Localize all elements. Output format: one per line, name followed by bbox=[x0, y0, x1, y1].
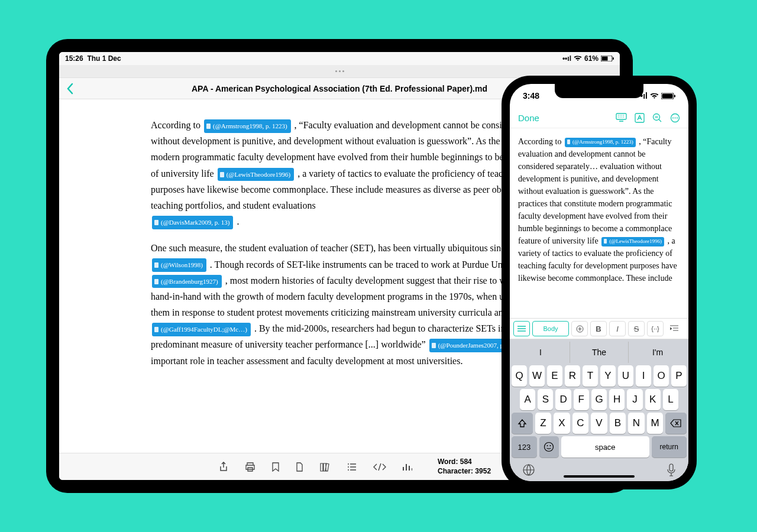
iphone-navbar: Done bbox=[510, 108, 688, 128]
status-time: 15:26 bbox=[65, 54, 83, 63]
code-icon[interactable] bbox=[373, 463, 386, 471]
key-e[interactable]: E bbox=[547, 365, 562, 387]
keyboard: I The I'm QWERTYUIOP ASDFGHJKL ZXCVBNM 1… bbox=[510, 339, 688, 481]
key-z[interactable]: Z bbox=[535, 413, 552, 434]
add-button[interactable] bbox=[571, 321, 588, 336]
key-r[interactable]: R bbox=[565, 365, 580, 387]
share-icon[interactable] bbox=[219, 462, 228, 472]
battery-icon bbox=[661, 93, 675, 99]
iphone-device: 3:48 ••ıl Done According to (@Armstrong1… bbox=[502, 76, 697, 489]
text-style-icon[interactable] bbox=[635, 113, 645, 123]
text: According to bbox=[151, 120, 203, 130]
signal-icon: ••ıl bbox=[562, 54, 571, 63]
bookmark-icon[interactable] bbox=[272, 462, 279, 472]
text: . bbox=[237, 216, 239, 226]
space-key[interactable]: space bbox=[561, 436, 649, 458]
key-t[interactable]: T bbox=[583, 365, 598, 387]
battery-icon bbox=[601, 56, 614, 61]
citation-token[interactable]: (@Armstrong1998, p. 1223) bbox=[204, 119, 291, 133]
paragraph-button[interactable] bbox=[513, 321, 530, 336]
strike-button[interactable]: S bbox=[628, 321, 645, 336]
citation-token[interactable]: (@DavisMark2009, p. 13) bbox=[152, 216, 233, 229]
svg-point-24 bbox=[547, 445, 548, 446]
citation-token[interactable]: (@LewisTheodore1996) bbox=[218, 168, 295, 181]
keyboard-icon[interactable] bbox=[616, 113, 627, 122]
return-key[interactable]: return bbox=[652, 436, 687, 458]
svg-point-19 bbox=[677, 117, 678, 118]
home-indicator[interactable] bbox=[564, 475, 635, 478]
suggestion[interactable]: The bbox=[570, 342, 628, 363]
key-j[interactable]: J bbox=[627, 389, 642, 410]
text: According to bbox=[518, 137, 564, 146]
numbers-key[interactable]: 123 bbox=[512, 436, 537, 458]
done-button[interactable]: Done bbox=[518, 113, 539, 123]
key-d[interactable]: D bbox=[555, 389, 571, 410]
document-body[interactable]: According to (@Armstrong1998, p. 1223) ,… bbox=[510, 128, 688, 318]
key-f[interactable]: F bbox=[574, 389, 589, 410]
svg-point-23 bbox=[545, 443, 554, 452]
key-c[interactable]: C bbox=[572, 413, 589, 434]
key-q[interactable]: Q bbox=[512, 365, 527, 387]
braces-button[interactable]: {··} bbox=[647, 321, 664, 336]
backspace-key[interactable] bbox=[665, 413, 687, 434]
citation-token[interactable]: (@Wilson1998) bbox=[152, 258, 206, 272]
key-a[interactable]: A bbox=[520, 389, 535, 410]
svg-rect-11 bbox=[662, 93, 673, 98]
list-icon[interactable] bbox=[347, 463, 357, 471]
italic-button[interactable]: I bbox=[609, 321, 626, 336]
library-icon[interactable] bbox=[320, 462, 331, 472]
citation-token[interactable]: (@LewisTheodore1996) bbox=[601, 237, 664, 246]
svg-rect-20 bbox=[567, 140, 570, 144]
key-k[interactable]: K bbox=[645, 389, 661, 410]
key-x[interactable]: X bbox=[554, 413, 570, 434]
suggestion[interactable]: I'm bbox=[628, 342, 687, 363]
key-n[interactable]: N bbox=[628, 413, 645, 434]
key-u[interactable]: U bbox=[618, 365, 633, 387]
battery-percent: 61% bbox=[584, 54, 599, 63]
key-o[interactable]: O bbox=[654, 365, 669, 387]
svg-rect-5 bbox=[154, 220, 158, 225]
more-icon[interactable] bbox=[670, 113, 680, 123]
svg-rect-3 bbox=[206, 124, 211, 129]
stats-icon[interactable] bbox=[403, 463, 412, 471]
globe-icon[interactable] bbox=[522, 463, 535, 476]
key-i[interactable]: I bbox=[636, 365, 651, 387]
style-body-button[interactable]: Body bbox=[532, 321, 569, 336]
word-count: Word: 584 bbox=[438, 458, 491, 467]
svg-point-25 bbox=[550, 445, 551, 446]
key-y[interactable]: Y bbox=[600, 365, 616, 387]
document-icon[interactable] bbox=[296, 462, 303, 472]
char-count: Character: 3952 bbox=[438, 467, 491, 476]
status-date: Thu 1 Dec bbox=[87, 54, 121, 63]
wifi-icon bbox=[574, 56, 582, 61]
svg-rect-13 bbox=[616, 113, 626, 119]
suggestion[interactable]: I bbox=[512, 342, 570, 363]
wifi-icon bbox=[650, 93, 659, 99]
bold-button[interactable]: B bbox=[590, 321, 607, 336]
key-b[interactable]: B bbox=[610, 413, 626, 434]
citation-token[interactable]: (@Armstrong1998, p. 1223) bbox=[565, 138, 636, 147]
key-m[interactable]: M bbox=[647, 413, 664, 434]
key-h[interactable]: H bbox=[609, 389, 625, 410]
mic-icon[interactable] bbox=[667, 463, 676, 476]
svg-rect-6 bbox=[154, 262, 158, 268]
shift-key[interactable] bbox=[512, 413, 533, 434]
indent-button[interactable] bbox=[666, 321, 682, 336]
svg-rect-1 bbox=[602, 57, 608, 61]
key-p[interactable]: P bbox=[671, 365, 687, 387]
key-g[interactable]: G bbox=[591, 389, 607, 410]
svg-rect-9 bbox=[432, 343, 436, 348]
print-icon[interactable] bbox=[245, 462, 255, 472]
emoji-key[interactable] bbox=[539, 436, 559, 458]
svg-rect-8 bbox=[154, 327, 158, 332]
citation-token[interactable]: (@Gaff1994FacultyDL;@Mc…) bbox=[152, 323, 251, 336]
key-s[interactable]: S bbox=[538, 389, 553, 410]
zoom-out-icon[interactable] bbox=[652, 113, 662, 123]
key-w[interactable]: W bbox=[529, 365, 545, 387]
citation-token[interactable]: (@Brandenburg1927) bbox=[152, 275, 222, 288]
ipad-status-bar: 15:26 Thu 1 Dec ••ıl 61% bbox=[59, 52, 620, 65]
svg-rect-12 bbox=[674, 95, 675, 97]
key-v[interactable]: V bbox=[591, 413, 607, 434]
key-l[interactable]: L bbox=[663, 389, 678, 410]
iphone-screen: 3:48 ••ıl Done According to (@Armstrong1… bbox=[510, 84, 688, 481]
